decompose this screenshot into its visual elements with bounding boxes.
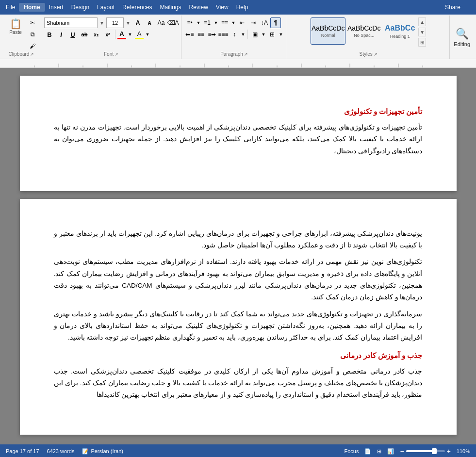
text-color-bar: [117, 38, 126, 39]
style-heading1-label: Heading 1: [390, 34, 410, 39]
styles-expand-icon[interactable]: ↗: [374, 52, 378, 57]
cut-button[interactable]: ✂: [27, 17, 38, 28]
font-label: Font ↗: [44, 51, 178, 58]
zoom-bar: − +: [400, 447, 450, 455]
superscript-button[interactable]: x²: [102, 29, 113, 40]
subscript-button[interactable]: x₂: [91, 29, 101, 40]
zoom-out-button[interactable]: −: [400, 447, 404, 455]
menu-design[interactable]: Design: [67, 3, 93, 12]
layout-view-icon2[interactable]: ⊞: [377, 448, 381, 455]
menu-insert[interactable]: Insert: [45, 3, 67, 12]
font-size-input[interactable]: [106, 17, 124, 28]
align-right-button[interactable]: ≡➡: [207, 29, 217, 40]
page2-para1: یونیت‌های دندان‌پزشکی پیشرفته، ابزارهای …: [54, 228, 423, 252]
menu-file[interactable]: File: [2, 3, 19, 12]
line-spacing-button[interactable]: ↕: [229, 29, 240, 40]
shading-button[interactable]: ▣: [249, 29, 260, 40]
menu-home[interactable]: Home: [19, 3, 45, 12]
borders-button[interactable]: ⊞: [267, 29, 278, 40]
page-1-content[interactable]: تأمین تجهیزات و تکنولوژی تأمین تجهیزات و…: [54, 105, 423, 157]
styles-scroll-up[interactable]: ▲: [418, 17, 426, 26]
bold-button[interactable]: B: [44, 29, 55, 40]
zoom-level[interactable]: 110%: [457, 448, 470, 454]
paste-button[interactable]: 📋 Paste: [5, 17, 26, 36]
text-color-button[interactable]: A: [117, 30, 126, 39]
zoom-slider-thumb[interactable]: [432, 448, 437, 454]
sort-button[interactable]: ↕A: [259, 17, 270, 28]
style-no-spacing[interactable]: AaBbCcDc No Spac...: [346, 17, 381, 45]
align-left-button[interactable]: ⬅≡: [184, 29, 195, 40]
style-heading1-preview: AaBbCc: [385, 23, 415, 33]
increase-font-button[interactable]: A: [132, 17, 143, 28]
focus-button[interactable]: Focus: [345, 448, 359, 454]
para-row-2: ⬅≡ ≡≡ ≡➡ ≡≡≡ ↕ ▼ ▣ ▼ ⊞ ▼: [184, 29, 284, 40]
bullets-dropdown[interactable]: ▼: [196, 17, 201, 28]
shading-dropdown[interactable]: ▼: [261, 29, 266, 40]
increase-indent-button[interactable]: ⇥: [248, 17, 259, 28]
font-name-row: ▼ ▼ A A Aa ⌫A: [44, 17, 178, 28]
styles-expand[interactable]: ⊞: [418, 38, 426, 47]
clipboard-content: 📋 Paste ✂ ⧉ 🖌: [5, 17, 38, 51]
paragraph-expand-icon[interactable]: ↗: [244, 52, 248, 57]
spelling-check-icon[interactable]: 📝: [82, 448, 89, 455]
ruler-content: [2, 60, 474, 67]
style-normal-preview: AaBbCcDc: [312, 24, 345, 33]
menu-mailings[interactable]: Mailings: [156, 3, 185, 12]
menu-references[interactable]: References: [118, 3, 156, 12]
text-color-icon: A: [119, 30, 124, 37]
clear-formatting-button[interactable]: ⌫A: [167, 17, 178, 28]
status-bar: Page 17 of 17 6423 words 📝 Persian (Iran…: [0, 444, 476, 457]
layout-view-icon1[interactable]: 📄: [364, 448, 371, 455]
status-right: Focus 📄 ⊞ 📊 − + 110%: [345, 447, 470, 455]
multilevel-button[interactable]: ≡≡: [219, 17, 230, 28]
decrease-font-button[interactable]: A: [144, 17, 155, 28]
multilevel-dropdown[interactable]: ▼: [230, 17, 236, 28]
underline-button[interactable]: U: [67, 29, 78, 40]
format-painter-button[interactable]: 🖌: [27, 41, 38, 51]
language-text[interactable]: Persian (Iran): [91, 448, 123, 454]
menu-review[interactable]: Review: [185, 3, 212, 12]
font-expand-icon[interactable]: ↗: [115, 52, 118, 57]
style-heading1[interactable]: AaBbCc Heading 1: [382, 17, 417, 45]
layout-view-icon3[interactable]: 📊: [387, 448, 394, 455]
font-name-dropdown[interactable]: ▼: [98, 17, 105, 28]
copy-button[interactable]: ⧉: [27, 29, 38, 40]
text-color-dropdown[interactable]: ▼: [127, 29, 133, 40]
styles-scroll-down[interactable]: ▼: [418, 28, 426, 36]
font-size-dropdown[interactable]: ▼: [125, 17, 131, 28]
para-divider: [247, 30, 248, 39]
style-no-spacing-label: No Spac...: [354, 33, 374, 38]
clipboard-expand-icon[interactable]: ↗: [30, 52, 34, 57]
borders-dropdown[interactable]: ▼: [278, 29, 284, 40]
editing-icon: 🔍: [456, 28, 469, 40]
zoom-in-button[interactable]: +: [447, 447, 451, 455]
svg-rect-0: [10, 60, 466, 67]
show-marks-button[interactable]: ¶: [270, 17, 281, 28]
numbering-dropdown[interactable]: ▼: [213, 17, 219, 28]
italic-button[interactable]: I: [56, 29, 66, 40]
zoom-slider-track[interactable]: [406, 450, 445, 452]
bullets-button[interactable]: ≡•: [184, 17, 195, 28]
style-normal[interactable]: AaBbCcDc Normal: [311, 17, 345, 45]
highlight-dropdown[interactable]: ▼: [145, 29, 150, 40]
decrease-indent-button[interactable]: ⇤: [237, 17, 247, 28]
paste-icon: 📋: [10, 19, 22, 29]
ruler-svg: [10, 60, 466, 67]
menu-view[interactable]: View: [212, 3, 232, 12]
numbering-button[interactable]: ≡1: [202, 17, 213, 28]
styles-content: AaBbCcDc Normal AaBbCcDc No Spac... AaBb…: [311, 17, 426, 51]
line-spacing-dropdown[interactable]: ▼: [240, 29, 246, 40]
menu-layout[interactable]: Layout: [93, 3, 118, 12]
menu-help[interactable]: Help: [232, 3, 252, 12]
font-group: ▼ ▼ A A Aa ⌫A B I U ab x₂ x² A ▼: [41, 16, 181, 59]
align-center-button[interactable]: ≡≡: [196, 29, 206, 40]
justify-button[interactable]: ≡≡≡: [218, 29, 229, 40]
clipboard-sub: ✂ ⧉ 🖌: [27, 17, 38, 51]
page-2-content[interactable]: یونیت‌های دندان‌پزشکی پیشرفته، ابزارهای …: [54, 228, 423, 401]
highlight-button[interactable]: A: [135, 30, 144, 39]
change-case-button[interactable]: Aa: [156, 17, 166, 28]
font-format-row: B I U ab x₂ x² A ▼ A ▼: [44, 29, 178, 40]
strikethrough-button[interactable]: ab: [79, 29, 90, 40]
font-name-input[interactable]: [44, 17, 98, 28]
share-button[interactable]: Share: [439, 1, 466, 14]
